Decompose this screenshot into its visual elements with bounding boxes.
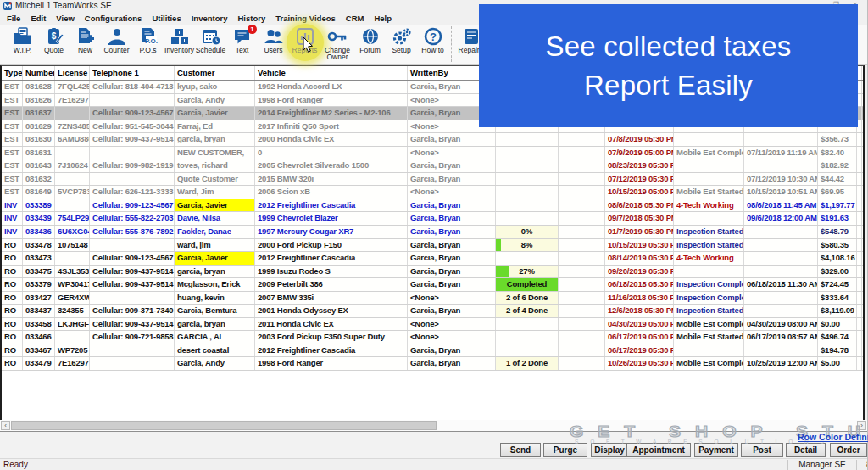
cell-status <box>674 159 744 172</box>
toolbar-users[interactable]: Users <box>258 25 289 53</box>
menu-utilities[interactable]: Utilities <box>152 14 181 23</box>
scroll-right-arrow-icon[interactable]: › <box>857 421 866 430</box>
menu-history[interactable]: History <box>237 14 265 23</box>
button-display[interactable]: Display <box>591 443 628 457</box>
grid-row-081643[interactable]: EST0816437J10624Cellular: 909-982-1919to… <box>2 159 863 173</box>
cell-type: RO <box>2 292 23 305</box>
row-color-definitions-link[interactable]: Row Color Definitions <box>798 432 868 442</box>
cell-promised: 06/17/2019 05:00 PM <box>605 331 674 344</box>
toolbar-p-o-s[interactable]: P.O.P.O.s <box>132 25 164 53</box>
cell-written_by: Garcia, Bryan <box>408 133 476 146</box>
cell-phone <box>90 147 175 159</box>
cell-progress <box>496 186 559 199</box>
menu-crm[interactable]: CRM <box>346 14 364 23</box>
toolbar-forum[interactable]: Forum <box>354 25 386 53</box>
grid-row-033389[interactable]: INV033389Cellular: 909-123-4567Garcia, J… <box>2 199 863 213</box>
grid-row-033436[interactable]: INV0334366U6XG04Cellular: 555-876-7892Fa… <box>2 226 863 239</box>
column-header-vehicle[interactable]: Vehicle <box>255 66 408 80</box>
toolbar-label: Forum <box>354 47 386 53</box>
menu-file[interactable]: File <box>7 14 20 23</box>
cell-phone: Cellular: 909-437-9514 <box>90 266 175 278</box>
button-payment[interactable]: Payment <box>694 443 738 457</box>
cell-amount: $333.64 <box>818 292 857 305</box>
button-detail[interactable]: Detail <box>786 443 826 457</box>
grid-row-033467[interactable]: RO033467WP7205desert coastal2012 Freight… <box>2 344 863 358</box>
toolbar-inventory[interactable]: Inventory <box>164 25 195 53</box>
cell-number: 033437 <box>23 305 55 317</box>
column-header-number[interactable]: Number <box>23 66 55 80</box>
toolbar-reports[interactable]: Reports <box>289 25 320 53</box>
grid-row-033479[interactable]: RO0334797E16297Garcia, Andy1998 Ford Ran… <box>2 357 863 371</box>
grid-row-033427[interactable]: RO033427GER4XWMhuang, kevin2007 BMW 335i… <box>2 292 863 305</box>
button-order[interactable]: Order <box>830 443 867 457</box>
grid-row-033458[interactable]: RO033458LKJHGFCellular: 909-437-9514garc… <box>2 318 863 332</box>
grid-row-033379[interactable]: RO033379WP30417Cellular: 909-437-9514Mcg… <box>2 278 863 292</box>
toolbar-quote[interactable]: $Quote <box>38 25 70 53</box>
counter-sale-icon <box>107 27 127 46</box>
cell-col_c <box>857 147 862 159</box>
scrollbar-thumb[interactable] <box>11 421 437 430</box>
menu-configurations[interactable]: Configurations <box>85 14 142 23</box>
grid-row-033478[interactable]: RO0334781075148ward, jim2000 Ford Pickup… <box>2 239 863 253</box>
toolbar-separator <box>3 26 4 62</box>
cell-phone: Cellular: 818-404-4713 <box>90 81 175 93</box>
cell-customer: huang, kevin <box>175 292 255 305</box>
toolbar-change-owner[interactable]: Change Owner <box>320 25 354 60</box>
grid-row-081649[interactable]: EST0816495VCP783Cellular: 626-121-3333Wa… <box>2 186 863 199</box>
toolbar-text[interactable]: 1Text <box>226 25 258 53</box>
cell-col_a <box>476 159 496 172</box>
menu-help[interactable]: Help <box>374 14 392 23</box>
toolbar-counter[interactable]: Counter <box>101 25 132 53</box>
grid-row-033466[interactable]: RO033466Cellular: 909-721-9858GARCIA , A… <box>2 331 863 344</box>
cell-status: Inspection Started <box>674 305 744 317</box>
cell-customer: Garcia, Javier <box>175 252 255 265</box>
cell-license <box>55 107 90 120</box>
column-header-telephone-1[interactable]: Telephone 1 <box>90 66 175 80</box>
scroll-left-arrow-icon[interactable]: ‹ <box>1 421 10 430</box>
cell-license: 754LP29 <box>55 212 90 225</box>
cell-customer: Garcia, Bemtura <box>175 305 255 317</box>
column-header-writtenby[interactable]: WrittenBy <box>408 66 476 80</box>
cell-status: Inspection Comple... <box>674 278 744 291</box>
menu-inventory[interactable]: Inventory <box>192 14 228 23</box>
grid-row-033475[interactable]: RO0334754SJL353Cellular: 909-437-9514gar… <box>2 266 863 279</box>
menu-training-videos[interactable]: Training Videos <box>275 14 336 23</box>
inventory-icon <box>170 27 190 46</box>
cell-type: RO <box>2 344 23 357</box>
column-header-type[interactable]: Type <box>2 66 23 80</box>
menu-edit[interactable]: Edit <box>31 14 46 23</box>
cell-written_by: Garcia, Bryan <box>408 226 476 238</box>
promo-line-2: Report Easily <box>584 66 753 105</box>
toolbar-w-i-p[interactable]: W.I.P. <box>7 25 38 53</box>
cell-col_b <box>559 331 605 344</box>
grid-row-081631[interactable]: EST081631NEW CUSTOMER,0<None>07/9/2019 0… <box>2 147 863 160</box>
cell-col_b <box>559 239 605 252</box>
grid-row-081630[interactable]: EST0816306AMU886Cellular: 909-437-9514ga… <box>2 133 863 147</box>
column-header-license[interactable]: License <box>55 66 90 80</box>
users-icon <box>264 27 284 46</box>
cell-license: 1075148 <box>55 239 90 252</box>
toolbar-new[interactable]: New <box>70 25 101 53</box>
progress-label: 2 of 6 Done <box>506 293 548 302</box>
menu-view[interactable]: View <box>56 14 74 23</box>
button-purge-ests[interactable]: Purge Ests <box>543 443 587 457</box>
button-appointment[interactable]: Appointment <box>626 443 691 457</box>
grid-row-033473[interactable]: RO033473Cellular: 909-123-4567Garcia, Ja… <box>2 252 863 266</box>
toolbar-schedule[interactable]: Schedule <box>195 25 226 53</box>
grid-row-033437[interactable]: RO033437324355Cellular: 909-371-7340Garc… <box>2 305 863 318</box>
toolbar-setup[interactable]: Setup <box>386 25 417 53</box>
cell-number: 081632 <box>23 173 55 186</box>
cell-col_c <box>857 212 862 225</box>
grid-row-081632[interactable]: EST081632Quote Customer2015 BMW 320iGarc… <box>2 173 863 187</box>
toolbar-label: Users <box>258 47 289 53</box>
grid-row-033439[interactable]: INV033439754LP29Cellular: 555-822-2703Da… <box>2 212 863 226</box>
column-header-customer[interactable]: Customer <box>175 66 255 80</box>
cell-appt: 07/11/2019 11:19 AM (... <box>744 147 818 159</box>
horizontal-scrollbar[interactable]: ‹ › <box>0 420 868 432</box>
button-post[interactable]: Post <box>741 443 783 457</box>
cell-amount: $1,197.77 <box>818 199 857 212</box>
cell-amount: $0.00 <box>818 318 857 331</box>
cell-vehicle: 1998 Ford Ranger <box>255 357 408 370</box>
button-send-text[interactable]: Send Text <box>500 443 541 457</box>
toolbar-how-to[interactable]: ?How to <box>417 25 448 53</box>
